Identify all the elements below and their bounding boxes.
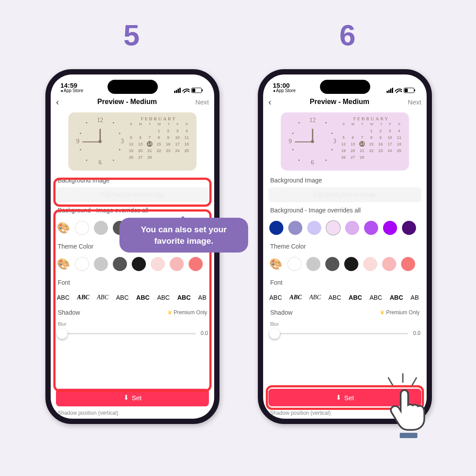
color-swatch[interactable]: [75, 257, 89, 271]
bg-image-label: Background Image: [270, 177, 420, 184]
font-option[interactable]: ABC: [77, 294, 89, 301]
widget-preview: 12369 FEBRUARY SMTWTFS 12345678910111213…: [68, 112, 197, 171]
back-to-appstore[interactable]: ◂ App Store: [273, 88, 296, 93]
edit-bg-button[interactable]: Edit Background Image: [56, 187, 209, 202]
phone-6: 15:00◂ App Store ‹ Preview - Medium Next…: [258, 69, 432, 424]
font-option[interactable]: ABC: [116, 294, 129, 301]
page-title: Preview - Medium: [97, 98, 157, 106]
blur-slider[interactable]: 0.0: [57, 328, 208, 339]
clock-face: 12369: [286, 116, 339, 167]
font-option[interactable]: ABC: [390, 294, 403, 301]
status-indicators: [174, 88, 202, 93]
blur-label: Blur: [56, 320, 209, 327]
back-to-appstore[interactable]: ◂ App Store: [60, 88, 83, 93]
nav-bar: ‹ Preview - Medium Next: [263, 93, 427, 111]
color-swatch[interactable]: [170, 257, 184, 271]
font-option[interactable]: ABC: [328, 294, 341, 301]
color-swatch[interactable]: [344, 257, 358, 271]
tap-cursor-icon: [387, 388, 429, 435]
bg-swatches: [268, 217, 421, 238]
theme-swatches: 🎨: [268, 253, 421, 275]
theme-swatches: 🎨: [56, 253, 209, 275]
status-indicators: [387, 88, 414, 93]
color-swatch[interactable]: [307, 221, 321, 235]
theme-label: Theme Color: [270, 243, 420, 250]
color-swatch[interactable]: [132, 257, 146, 271]
color-swatch[interactable]: [363, 257, 377, 271]
font-option[interactable]: ABC: [309, 294, 321, 301]
status-bar: 14:59◂ App Store: [51, 74, 214, 93]
color-swatch[interactable]: [94, 257, 108, 271]
font-option[interactable]: ABC: [290, 294, 302, 301]
font-option[interactable]: ABC: [136, 294, 149, 301]
palette-icon[interactable]: 🎨: [57, 222, 70, 234]
calendar: FEBRUARY SMTWTFS 12345678910111213141516…: [339, 116, 404, 167]
color-swatch[interactable]: [269, 221, 283, 235]
calendar: FEBRUARY SMTWTFS 12345678910111213141516…: [126, 116, 191, 167]
font-label: Font: [58, 279, 207, 286]
font-option[interactable]: ABC: [177, 294, 190, 301]
back-button[interactable]: ‹: [268, 97, 271, 107]
set-button[interactable]: ⬇Set: [56, 389, 209, 406]
color-swatch[interactable]: [345, 221, 359, 235]
next-button[interactable]: Next: [195, 98, 209, 106]
edit-bg-button[interactable]: Edit Background Image: [268, 187, 421, 202]
color-swatch[interactable]: [306, 257, 320, 271]
tooltip: You can also set your favorite image.: [119, 218, 248, 253]
bg-color-label: Background - Image overrides all: [270, 207, 420, 214]
color-swatch[interactable]: [151, 257, 165, 271]
color-swatch[interactable]: [287, 257, 301, 271]
step-number-5: 5: [123, 19, 140, 52]
color-swatch[interactable]: [325, 257, 339, 271]
bg-image-label: Background Image: [58, 177, 207, 184]
color-swatch[interactable]: [326, 221, 340, 235]
widget-preview: 12369 FEBRUARY SMTWTFS 12345678910111213…: [281, 112, 409, 171]
color-swatch[interactable]: [75, 221, 89, 235]
color-swatch[interactable]: [113, 257, 127, 271]
font-row: ABCABCABCABCABCABCABCAB: [268, 290, 421, 305]
blur-label: Blur: [268, 320, 421, 327]
color-swatch[interactable]: [383, 221, 397, 235]
shadow-label: Shadow: [58, 309, 80, 316]
font-option[interactable]: ABC: [57, 294, 70, 301]
color-swatch[interactable]: [402, 221, 416, 235]
palette-icon[interactable]: 🎨: [269, 258, 283, 270]
back-button[interactable]: ‹: [56, 97, 59, 107]
blur-slider[interactable]: 0.0: [269, 328, 420, 339]
page-title: Preview - Medium: [310, 98, 369, 106]
font-option[interactable]: AB: [198, 294, 207, 301]
premium-badge: ♛ Premium Only: [167, 309, 207, 316]
color-swatch[interactable]: [288, 221, 302, 235]
shadow-pos-label: Shadow position (vertical): [58, 410, 118, 416]
next-button[interactable]: Next: [408, 98, 421, 106]
font-option[interactable]: ABC: [97, 294, 108, 301]
color-swatch[interactable]: [189, 257, 203, 271]
color-swatch[interactable]: [364, 221, 378, 235]
palette-icon[interactable]: 🎨: [57, 258, 70, 270]
nav-bar: ‹ Preview - Medium Next: [51, 93, 214, 111]
status-bar: 15:00◂ App Store: [263, 74, 427, 93]
color-swatch[interactable]: [401, 257, 415, 271]
color-swatch[interactable]: [382, 257, 396, 271]
font-option[interactable]: ABC: [369, 294, 382, 301]
font-option[interactable]: AB: [411, 294, 419, 301]
color-swatch[interactable]: [94, 221, 108, 235]
font-option[interactable]: ABC: [269, 294, 282, 301]
shadow-label: Shadow: [270, 309, 293, 316]
font-option[interactable]: ABC: [349, 294, 362, 301]
font-label: Font: [270, 279, 420, 286]
font-option[interactable]: ABC: [157, 294, 170, 301]
clock-face: 12369: [74, 116, 126, 167]
font-row: ABCABCABCABCABCABCABCAB: [56, 290, 209, 305]
step-number-6: 6: [339, 19, 356, 52]
shadow-pos-label: Shadow position (vertical): [270, 410, 331, 416]
premium-badge: ♛ Premium Only: [380, 309, 420, 316]
